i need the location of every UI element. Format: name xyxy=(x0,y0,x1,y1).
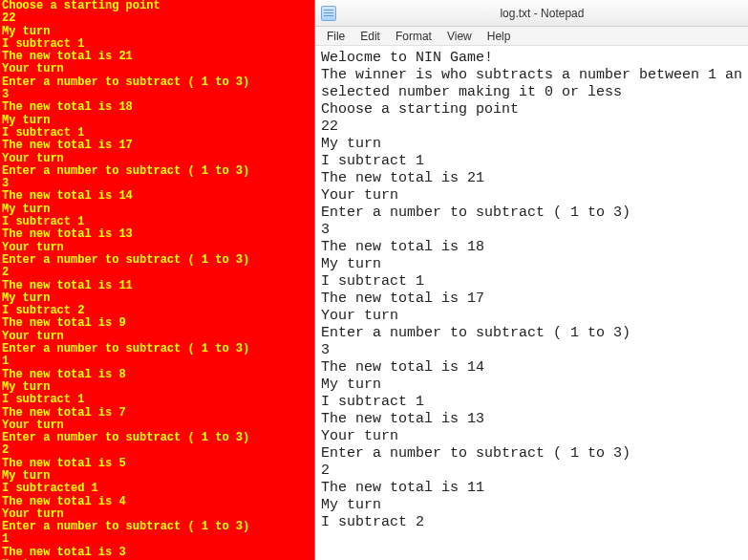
menu-view[interactable]: View xyxy=(439,28,480,45)
menu-file[interactable]: File xyxy=(319,28,353,45)
menu-edit[interactable]: Edit xyxy=(353,28,388,45)
text-area[interactable]: Welocme to NIN Game! The winner is who s… xyxy=(315,46,748,560)
window-title: log.txt - Notepad xyxy=(342,7,742,20)
titlebar: log.txt - Notepad xyxy=(315,0,748,27)
menu-format[interactable]: Format xyxy=(388,28,439,45)
menu-help[interactable]: Help xyxy=(480,28,519,45)
notepad-window: log.txt - Notepad File Edit Format View … xyxy=(314,0,748,560)
notepad-icon xyxy=(321,6,336,21)
menubar: File Edit Format View Help xyxy=(315,27,748,46)
console-output: Choose a starting point 22 My turn I sub… xyxy=(0,0,314,560)
